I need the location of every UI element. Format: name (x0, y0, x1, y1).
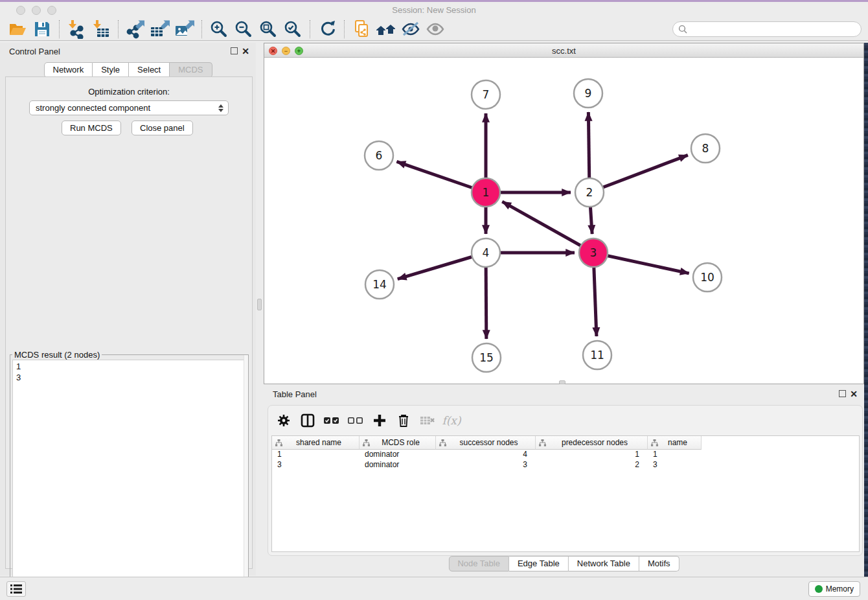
tab-mcds[interactable]: MCDS (170, 62, 212, 78)
graph-node-11[interactable]: 11 (583, 341, 611, 369)
zoom-fit-icon[interactable] (256, 19, 280, 40)
table-panel-title: Table Panel (273, 389, 317, 399)
graph-node-1[interactable]: 1 (472, 178, 500, 207)
mcds-result-list[interactable]: 1 3 (12, 360, 246, 599)
tab-network[interactable]: Network (43, 62, 93, 78)
column-header-shared-name[interactable]: shared name (272, 436, 360, 450)
close-panel-icon[interactable]: ✕ (242, 47, 249, 55)
horizontal-splitter-handle[interactable] (559, 380, 565, 384)
toolbar-separator (118, 20, 119, 38)
node-label-1: 1 (483, 186, 490, 199)
cell-predecessor-nodes[interactable]: 1 (536, 450, 648, 460)
import-table-icon[interactable] (89, 19, 113, 40)
graph-node-9[interactable]: 9 (574, 79, 602, 108)
delete-table-icon[interactable] (418, 411, 437, 430)
node-label-8: 8 (702, 142, 709, 155)
table-header-row: shared nameMCDS rolesuccessor nodesprede… (272, 436, 859, 450)
network-overview-icon[interactable] (349, 19, 374, 40)
vertical-splitter-handle[interactable] (257, 299, 262, 310)
tab-node-table[interactable]: Node Table (448, 556, 509, 571)
graph-node-8[interactable]: 8 (691, 134, 720, 163)
zoom-selected-icon[interactable] (280, 19, 305, 40)
search-field[interactable] (672, 21, 862, 37)
cell-name[interactable]: 3 (648, 460, 702, 470)
tab-motifs[interactable]: Motifs (639, 556, 680, 571)
node-label-10: 10 (700, 271, 714, 284)
close-panel-button[interactable]: Close panel (131, 121, 193, 135)
cell-predecessor-nodes[interactable]: 2 (536, 460, 648, 470)
select-all-icon[interactable] (323, 411, 341, 430)
network-canvas[interactable]: 1234678910111415 (264, 58, 863, 384)
float-table-panel-icon[interactable] (839, 390, 846, 398)
close-table-panel-icon[interactable]: ✕ (850, 390, 858, 398)
graph-node-10[interactable]: 10 (693, 263, 722, 292)
hide-panel-icon[interactable] (398, 19, 423, 40)
node-label-11: 11 (590, 349, 604, 362)
table-row[interactable]: 1dominator411 (272, 450, 859, 460)
cell-shared-name[interactable]: 3 (272, 460, 360, 470)
apply-function-icon[interactable]: f(x) (442, 411, 461, 430)
mcds-result-groupbox: MCDS result (2 nodes) 1 3 (10, 354, 249, 600)
table-settings-icon[interactable] (275, 411, 293, 430)
open-session-icon[interactable] (5, 19, 30, 40)
graph-node-6[interactable]: 6 (365, 141, 393, 170)
node-label-15: 15 (479, 351, 494, 364)
network-view-window: ✕ − + scc.txt 1234678910111415 (264, 43, 864, 384)
control-panel: Control Panel ✕ NetworkStyleSelectMCDS O… (0, 43, 256, 575)
graph-node-3[interactable]: 3 (579, 238, 608, 267)
titlebar: Session: New Session (0, 2, 868, 17)
memory-button[interactable]: Memory (808, 581, 860, 597)
optimization-criterion-select[interactable]: strongly connected component (29, 100, 229, 115)
control-panel-title: Control Panel (9, 47, 60, 56)
edge-2-8[interactable] (589, 155, 688, 192)
graph-node-2[interactable]: 2 (575, 178, 604, 207)
cell-shared-name[interactable]: 1 (272, 450, 360, 460)
cell-MCDS-role[interactable]: dominator (360, 450, 436, 460)
show-all-icon[interactable] (374, 19, 398, 40)
search-input[interactable] (691, 23, 861, 36)
edge-3-1[interactable] (502, 202, 593, 253)
table-row[interactable]: 3dominator323 (272, 460, 859, 470)
table-panel: Table Panel ✕ (264, 386, 864, 577)
graph-node-14[interactable]: 14 (365, 270, 394, 299)
tab-network-table[interactable]: Network Table (569, 556, 639, 571)
result-scrollbar[interactable] (244, 355, 248, 600)
network-window-titlebar[interactable]: ✕ − + scc.txt (264, 43, 863, 58)
deselect-all-icon[interactable] (347, 411, 365, 430)
table-toolbar: f(x) (275, 409, 461, 432)
delete-row-icon[interactable] (394, 411, 413, 430)
cell-successor-nodes[interactable]: 3 (436, 460, 536, 470)
add-row-icon[interactable] (371, 411, 389, 430)
show-columns-icon[interactable] (299, 411, 317, 430)
export-network-icon[interactable] (123, 19, 148, 40)
node-table[interactable]: shared nameMCDS rolesuccessor nodesprede… (271, 435, 860, 552)
save-session-icon[interactable] (30, 19, 54, 40)
zoom-in-icon[interactable] (207, 19, 231, 40)
graph-node-15[interactable]: 15 (472, 343, 501, 372)
column-header-name[interactable]: name (648, 436, 702, 450)
tab-select[interactable]: Select (129, 62, 170, 78)
memory-label: Memory (826, 584, 854, 594)
float-window-icon[interactable] (231, 47, 238, 56)
show-panel-icon[interactable] (423, 19, 448, 40)
graph-node-7[interactable]: 7 (472, 80, 500, 109)
column-header-predecessor-nodes[interactable]: predecessor nodes (536, 436, 648, 450)
export-table-icon[interactable] (148, 19, 172, 40)
tab-edge-table[interactable]: Edge Table (509, 556, 569, 571)
column-header-MCDS-role[interactable]: MCDS role (360, 436, 436, 450)
tab-style[interactable]: Style (93, 62, 129, 78)
export-image-icon[interactable] (172, 19, 197, 40)
mcds-tab-content: Optimization criterion: strongly connect… (5, 76, 253, 569)
cell-successor-nodes[interactable]: 4 (436, 450, 536, 460)
application-window: Session: New Session (0, 0, 868, 600)
column-header-successor-nodes[interactable]: successor nodes (436, 436, 536, 450)
cell-MCDS-role[interactable]: dominator (360, 460, 436, 470)
toolbar-separator (201, 20, 202, 38)
zoom-out-icon[interactable] (231, 19, 256, 40)
task-history-button[interactable] (6, 581, 26, 597)
run-mcds-button[interactable]: Run MCDS (62, 121, 121, 135)
apply-layout-icon[interactable] (315, 19, 339, 40)
import-network-icon[interactable] (64, 19, 89, 40)
graph-node-4[interactable]: 4 (472, 238, 500, 267)
cell-name[interactable]: 1 (648, 450, 702, 460)
